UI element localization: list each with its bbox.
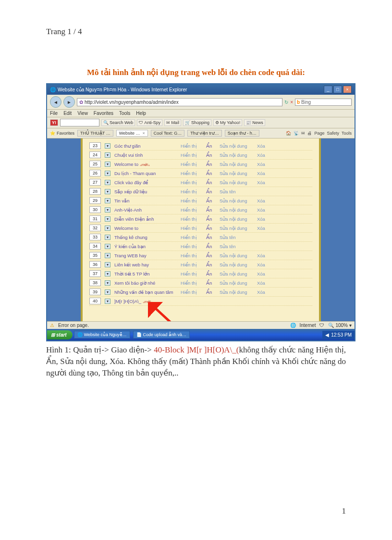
edit-link[interactable]: Sửa tên bbox=[220, 189, 253, 194]
block-name-link[interactable]: Tin vắn bbox=[114, 198, 177, 203]
block-name-link[interactable]: Du lịch - Tham quan bbox=[114, 171, 177, 176]
row-number[interactable]: 36 bbox=[89, 261, 101, 268]
tab-3[interactable]: Thư viện trư… bbox=[187, 130, 222, 137]
block-name-link[interactable]: Góc thư giãn bbox=[114, 143, 177, 149]
dropdown-icon[interactable]: ▾ bbox=[105, 189, 110, 194]
edit-link[interactable]: Sửa nội dung bbox=[220, 253, 253, 258]
home-icon[interactable]: 🏠 bbox=[286, 131, 291, 136]
edit-link[interactable]: Sửa nội dung bbox=[220, 216, 253, 222]
delete-link[interactable]: Xóa bbox=[257, 280, 271, 286]
row-number[interactable]: 27 bbox=[89, 179, 101, 186]
search-box[interactable]: b Bing bbox=[295, 99, 352, 106]
show-link[interactable]: Hiển thị bbox=[181, 152, 202, 158]
show-link[interactable]: Hiển thị bbox=[181, 216, 202, 222]
show-link[interactable]: Hiển thị bbox=[181, 207, 202, 213]
search-web-button[interactable]: 🔍 Search Web bbox=[101, 119, 135, 126]
dropdown-icon[interactable]: ▾ bbox=[105, 271, 110, 276]
show-link[interactable]: Hiển thị bbox=[181, 244, 202, 249]
refresh-button[interactable]: ↻ bbox=[284, 100, 288, 105]
show-link[interactable]: Hiển thị bbox=[181, 226, 202, 231]
dropdown-icon[interactable]: ▾ bbox=[105, 152, 110, 158]
page-menu[interactable]: Page bbox=[314, 131, 324, 136]
delete-link[interactable]: Xóa bbox=[257, 271, 271, 276]
read-mail-icon[interactable]: ✉ bbox=[301, 131, 305, 136]
edit-link[interactable]: Sửa nội dung bbox=[220, 226, 253, 231]
menu-view[interactable]: View bbox=[77, 111, 88, 116]
hide-link[interactable]: Ẩn bbox=[206, 207, 216, 213]
block-name-link[interactable]: Những vấn đề bạn quan tâm bbox=[114, 289, 177, 295]
edit-link[interactable]: Sửa nội dung bbox=[220, 289, 253, 295]
block-name-link[interactable]: Thống kê chung bbox=[114, 235, 177, 240]
anti-spy-button[interactable]: 🛡 Anti-Spy bbox=[137, 119, 162, 126]
show-link[interactable]: Hiển thị bbox=[181, 271, 202, 276]
hide-link[interactable]: Ẩn bbox=[206, 235, 216, 240]
edit-link[interactable]: Sửa tên bbox=[220, 235, 253, 240]
show-link[interactable]: Hiển thị bbox=[181, 235, 202, 240]
edit-link[interactable]: Sửa nội dung bbox=[220, 162, 253, 167]
edit-link[interactable]: Sửa nội dung bbox=[220, 143, 253, 149]
menu-help[interactable]: Help bbox=[136, 111, 146, 116]
show-link[interactable]: Hiển thị bbox=[181, 289, 202, 295]
mail-button[interactable]: ✉ Mail bbox=[164, 119, 181, 126]
edit-link[interactable]: Sửa nội dung bbox=[220, 152, 253, 158]
task-button-0[interactable]: 🌐 Website của Nguyễ… bbox=[74, 331, 130, 339]
dropdown-icon[interactable]: ▾ bbox=[105, 180, 110, 185]
safety-menu[interactable]: Safety bbox=[327, 131, 339, 136]
show-link[interactable]: Hiển thị bbox=[181, 171, 202, 176]
yahoo-search-input[interactable] bbox=[60, 119, 99, 126]
hide-link[interactable]: Ẩn bbox=[206, 262, 216, 267]
dropdown-icon[interactable]: ▾ bbox=[105, 162, 110, 167]
row-number[interactable]: 34 bbox=[89, 243, 101, 250]
show-link[interactable]: Hiển thị bbox=[181, 198, 202, 203]
block-name-link[interactable]: Sắp xếp dữ liệu bbox=[114, 189, 177, 194]
hide-link[interactable]: Ẩn bbox=[206, 253, 216, 258]
edit-link[interactable]: Sửa nội dung bbox=[220, 280, 253, 286]
delete-link[interactable]: Xóa bbox=[257, 198, 271, 203]
tab-0[interactable]: THỦ THUẬT … bbox=[77, 130, 113, 137]
forward-button[interactable]: ► bbox=[63, 96, 75, 108]
menu-edit[interactable]: Edit bbox=[63, 111, 72, 116]
hide-link[interactable]: Ẩn bbox=[206, 162, 216, 167]
print-icon[interactable]: 🖨 bbox=[307, 131, 312, 136]
block-name-link[interactable]: Xem tôi báo giờ nhé bbox=[114, 280, 177, 286]
dropdown-icon[interactable]: ▾ bbox=[105, 216, 110, 222]
tray-icon[interactable]: ◀ bbox=[325, 332, 329, 338]
row-number[interactable]: 31 bbox=[89, 215, 101, 222]
start-button[interactable]: ⊞ start bbox=[47, 330, 73, 339]
minimize-button[interactable]: _ bbox=[324, 86, 332, 93]
row-number[interactable]: 23 bbox=[89, 142, 101, 149]
block-name-link[interactable]: ]M[r ]H[O)A\_ ₊mới₊ bbox=[114, 299, 177, 304]
delete-link[interactable]: Xóa bbox=[257, 216, 271, 222]
block-name-link[interactable]: Thời tiết 5 TP lớn bbox=[114, 271, 177, 276]
tab-2[interactable]: Cool Text: G… bbox=[151, 130, 184, 137]
show-link[interactable]: Hiển thị bbox=[181, 280, 202, 286]
dropdown-icon[interactable]: ▾ bbox=[105, 289, 110, 295]
hide-link[interactable]: Ẩn bbox=[206, 152, 216, 158]
feed-icon[interactable]: 📡 bbox=[294, 131, 299, 136]
show-link[interactable]: Hiển thị bbox=[181, 180, 202, 185]
delete-link[interactable]: Xóa bbox=[257, 289, 271, 295]
dropdown-icon[interactable]: ▾ bbox=[105, 280, 110, 286]
row-number[interactable]: 29 bbox=[89, 197, 101, 204]
row-number[interactable]: 24 bbox=[89, 151, 101, 158]
block-name-link[interactable]: Chuột vui tính bbox=[114, 152, 177, 158]
maximize-button[interactable]: □ bbox=[333, 86, 342, 93]
edit-link[interactable]: Sửa nội dung bbox=[220, 171, 253, 176]
delete-link[interactable]: Xóa bbox=[257, 152, 271, 158]
menu-file[interactable]: File bbox=[50, 111, 58, 116]
row-number[interactable]: 35 bbox=[89, 252, 101, 259]
delete-link[interactable]: Xóa bbox=[257, 226, 271, 231]
hide-link[interactable]: Ẩn bbox=[206, 216, 216, 222]
edit-link[interactable]: Sửa nội dung bbox=[220, 271, 253, 276]
hide-link[interactable]: Ẩn bbox=[206, 180, 216, 185]
hide-link[interactable]: Ẩn bbox=[206, 143, 216, 149]
hide-link[interactable]: Ẩn bbox=[206, 289, 216, 295]
delete-link[interactable]: Xóa bbox=[257, 262, 271, 267]
url-input[interactable]: ✿ http://violet.vn/nguyenphamhoa/admin/i… bbox=[77, 98, 282, 106]
hide-link[interactable]: Ẩn bbox=[206, 271, 216, 276]
delete-link[interactable]: Xóa bbox=[257, 171, 271, 176]
dropdown-icon[interactable]: ▾ bbox=[105, 235, 110, 240]
delete-link[interactable]: Xóa bbox=[257, 143, 271, 149]
hide-link[interactable]: Ẩn bbox=[206, 171, 216, 176]
show-link[interactable]: Hiển thị bbox=[181, 189, 202, 194]
